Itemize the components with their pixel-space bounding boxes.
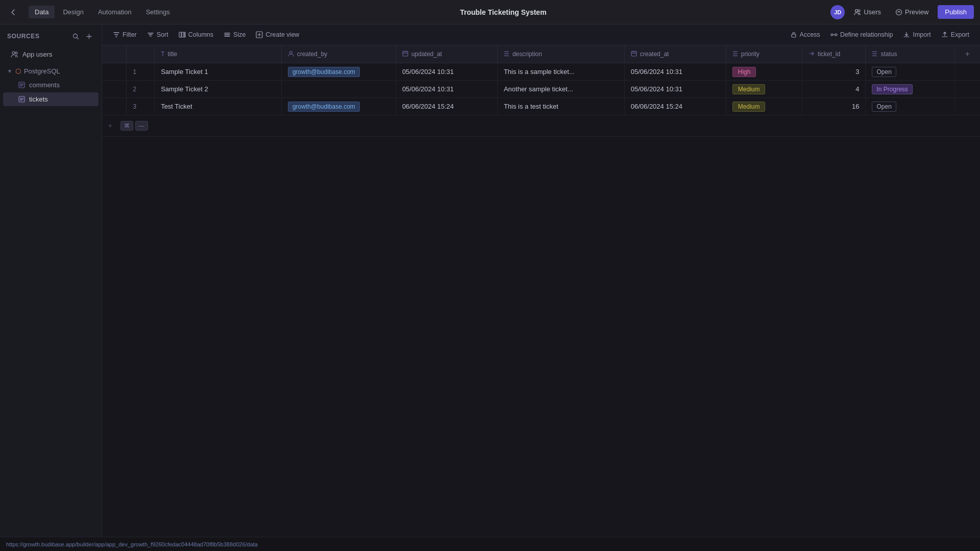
data-table-wrapper: T title [102, 45, 980, 537]
sidebar-item-postgresql[interactable]: ▼ ⬡ PostgreSQL [0, 64, 102, 78]
th-ticket-id-label: ticket_id [818, 51, 840, 58]
add-column-icon: + [965, 49, 970, 59]
row-number: 1 [127, 63, 155, 81]
define-relationship-button[interactable]: Define relationship [826, 29, 898, 41]
th-updated-at[interactable]: updated_at [396, 45, 497, 63]
sidebar-item-app-users[interactable]: App users [3, 46, 99, 62]
th-created-at-label: created_at [640, 51, 669, 58]
add-row-button[interactable]: + ⌘ — [102, 115, 980, 137]
th-updated-at-label: updated_at [411, 51, 442, 58]
create-view-button[interactable]: Create view [251, 29, 304, 41]
avatar[interactable]: JD [830, 5, 845, 19]
priority-col-icon: ☰ [732, 51, 738, 58]
svg-rect-10 [184, 32, 185, 37]
back-button[interactable] [6, 5, 20, 19]
th-created-by[interactable]: created_by [281, 45, 396, 63]
sidebar-item-comments[interactable]: comments [0, 78, 102, 92]
nav-tab-settings[interactable]: Settings [140, 6, 176, 18]
th-ticket-id[interactable]: ticket_id [802, 45, 866, 63]
search-button[interactable] [70, 31, 81, 42]
svg-point-4 [12, 52, 15, 54]
nav-tab-design[interactable]: Design [57, 6, 89, 18]
sources-title: Sources [7, 33, 40, 40]
sort-button[interactable]: Sort [142, 29, 173, 41]
table-icon-comments [18, 82, 25, 88]
row-checkbox-cell [102, 63, 127, 81]
sidebar-item-tickets[interactable]: tickets [3, 92, 99, 106]
created-at-col-icon [631, 51, 637, 58]
app-title: Trouble Ticketing System [180, 8, 826, 16]
chevron-icon: ▼ [7, 68, 12, 74]
row-title[interactable]: Sample Ticket 1 [155, 63, 282, 81]
postgresql-label: PostgreSQL [24, 67, 60, 75]
preview-button[interactable]: Preview [890, 6, 934, 18]
table-icon-tickets [18, 96, 25, 103]
columns-button[interactable]: Columns [174, 29, 218, 41]
select-all-checkbox[interactable] [108, 51, 115, 58]
layout: Sources [0, 24, 980, 537]
th-priority-label: priority [741, 51, 760, 58]
access-button[interactable]: Access [786, 29, 825, 41]
status-badge: In Progress [872, 84, 912, 94]
sidebar-header: Sources [0, 24, 102, 46]
users-button[interactable]: Users [849, 6, 886, 18]
row-status[interactable]: In Progress [866, 81, 954, 98]
th-add-column[interactable]: + [954, 45, 980, 63]
row-ticket-id: 16 [802, 98, 866, 115]
row-created-by[interactable]: growth@budibase.com [281, 98, 396, 115]
row-checkbox[interactable] [111, 67, 118, 74]
priority-badge: Medium [732, 84, 766, 94]
table-header-row: T title [102, 45, 980, 63]
size-button[interactable]: Size [219, 29, 250, 41]
access-label: Access [800, 31, 820, 38]
row-description: This is a test ticket [497, 98, 624, 115]
row-ticket-id: 4 [802, 81, 866, 98]
svg-point-1 [858, 10, 860, 12]
export-label: Export [951, 31, 969, 38]
add-source-button[interactable] [83, 31, 94, 42]
export-button[interactable]: Export [937, 29, 974, 41]
filter-button[interactable]: Filter [108, 29, 141, 41]
row-status[interactable]: Open [866, 98, 954, 115]
ticket-id-col-icon [808, 51, 815, 58]
svg-point-15 [289, 51, 292, 54]
data-table: T title [102, 45, 980, 115]
define-relationship-label: Define relationship [840, 31, 893, 38]
th-title[interactable]: T title [155, 45, 282, 63]
created-by-col-icon [288, 51, 294, 58]
th-status-label: status [880, 51, 897, 58]
row-extra [954, 81, 980, 98]
row-priority[interactable]: High [726, 63, 802, 81]
table-row[interactable]: 2 Sample Ticket 2 05/06/2024 10:31 Anoth… [102, 81, 980, 98]
row-description: Another sample ticket... [497, 81, 624, 98]
table-row[interactable]: 1 Sample Ticket 1 growth@budibase.com 05… [102, 63, 980, 81]
th-status[interactable]: ☰ status [866, 45, 954, 63]
th-description[interactable]: ☰ description [497, 45, 624, 63]
row-checkbox[interactable] [111, 85, 118, 92]
row-title[interactable]: Sample Ticket 2 [155, 81, 282, 98]
cmd-key: ⌘ [120, 121, 133, 131]
row-created-by[interactable]: growth@budibase.com [281, 63, 396, 81]
row-title[interactable]: Test Ticket [155, 98, 282, 115]
nav-tabs: Data Design Automation Settings [29, 6, 176, 18]
nav-tab-automation[interactable]: Automation [92, 6, 138, 18]
th-rownum [127, 45, 155, 63]
priority-badge: Medium [732, 102, 766, 112]
row-status[interactable]: Open [866, 63, 954, 81]
svg-rect-12 [792, 34, 796, 37]
status-badge: Open [872, 67, 896, 77]
app-users-label: App users [22, 51, 53, 58]
cmd-icons: ⌘ — [116, 119, 152, 133]
import-button[interactable]: Import [898, 29, 935, 41]
nav-tab-data[interactable]: Data [29, 6, 55, 18]
row-priority[interactable]: Medium [726, 98, 802, 115]
th-created-at[interactable]: created_at [624, 45, 726, 63]
table-row[interactable]: 3 Test Ticket growth@budibase.com 06/06/… [102, 98, 980, 115]
publish-button[interactable]: Publish [938, 5, 974, 19]
row-priority[interactable]: Medium [726, 81, 802, 98]
main-content: Filter Sort Columns Size [102, 24, 980, 537]
row-checkbox[interactable] [111, 102, 118, 109]
row-created-by[interactable] [281, 81, 396, 98]
status-badge: Open [872, 102, 896, 112]
th-priority[interactable]: ☰ priority [726, 45, 802, 63]
